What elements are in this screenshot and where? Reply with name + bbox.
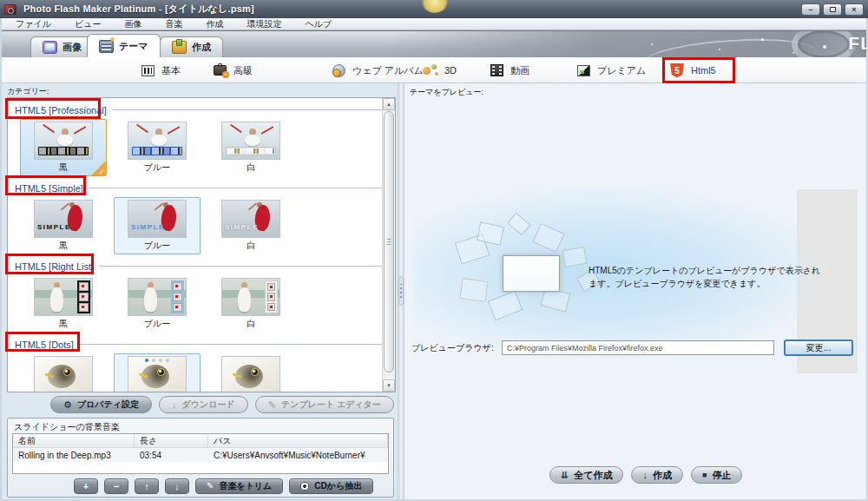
browser-path-input[interactable] [502, 340, 774, 355]
move-up-button[interactable]: ↑ [135, 478, 159, 494]
image-tab-icon [43, 41, 57, 54]
theme-list-scrollbar[interactable]: ▲ ▼ [382, 98, 395, 392]
theme-rightlist-black[interactable]: 黒 [20, 275, 107, 333]
download-button[interactable]: ↓ ダウンロード [159, 396, 248, 413]
add-music-button[interactable]: + [74, 478, 98, 494]
column-path[interactable]: パス [208, 434, 388, 447]
create-label: 作成 [653, 469, 672, 482]
menu-help[interactable]: ヘルプ [305, 18, 332, 30]
theme-professional-black[interactable]: 黒 ✓ [20, 119, 107, 176]
theme-label: ブルー [144, 240, 170, 252]
extract-cd-button[interactable]: CDから抽出 [289, 478, 373, 494]
menu-image[interactable]: 画像 [124, 18, 141, 30]
toolbar-basic[interactable]: 基本 [141, 57, 181, 83]
sparkle-dot [719, 49, 720, 50]
scroll-down-icon[interactable]: ▼ [383, 379, 395, 392]
scrollbar-thumb[interactable] [384, 111, 394, 372]
theme-dots-black[interactable]: 黒 [20, 353, 107, 392]
web-album-icon [332, 64, 345, 77]
theme-type-toolbar: 基本 高級 ウェブ アルバム 3D 動画 プレミアム 5 Html5 [0, 57, 868, 83]
down-arrow-icon: ↓ [642, 471, 648, 480]
preview-center-frame [503, 255, 560, 292]
theme-rightlist-blue[interactable]: ブルー [114, 275, 201, 333]
tab-image[interactable]: 画像 [30, 36, 94, 57]
remove-music-button[interactable]: − [104, 478, 128, 494]
basic-label: 基本 [161, 64, 181, 77]
music-buttons: + − ↑ ↓ ✎ 音楽をトリム CDから抽出 [8, 478, 393, 494]
theme-thumbnail [128, 278, 187, 316]
theme-label: ブルー [144, 162, 170, 174]
menu-music[interactable]: 音楽 [165, 18, 182, 30]
create-actions: ⇊ 全て作成 ↓ 作成 ■ 停止 [549, 466, 742, 484]
preview-panel: テーマをプレビュー: HTML5のテンプレートのプレビューがブラウザで表示されま… [404, 83, 866, 499]
close-button[interactable]: × [845, 3, 864, 16]
theme-group-professional: HTML5 [Professional] 黒 ✓ ブルー 白 [8, 98, 395, 176]
preview-browser-label: プレビューブラウザ: [411, 342, 494, 354]
toolbar-video[interactable]: 動画 [490, 57, 529, 83]
toolbar-advanced[interactable]: 高級 [214, 57, 253, 83]
theme-dots-white[interactable]: 白 [207, 353, 294, 392]
create-all-button[interactable]: ⇊ 全て作成 [549, 466, 623, 484]
column-length[interactable]: 長さ [135, 434, 208, 447]
pencil-icon: ✎ [268, 400, 276, 410]
theme-simple-blue[interactable]: SIMPLE ブルー [114, 197, 201, 254]
theme-professional-blue[interactable]: ブルー [114, 119, 201, 176]
trim-music-button[interactable]: ✎ 音楽をトリム [195, 478, 283, 494]
theme-thumbnail [34, 356, 93, 392]
toolbar-web-album[interactable]: ウェブ アルバム [332, 57, 424, 83]
create-button[interactable]: ↓ 作成 [631, 466, 683, 484]
menu-bar: ファイル ビュー 画像 音楽 作成 環境設定 ヘルプ [0, 18, 868, 30]
toolbar-premium[interactable]: プレミアム [577, 57, 646, 83]
background-music-panel: スライドショーの背景音楽 名前 長さ パス Rolling in the Dee… [7, 418, 394, 498]
splitter-handle-icon[interactable] [398, 276, 404, 306]
theme-simple-white[interactable]: SIMPLE 白 [207, 197, 294, 254]
music-table-header: 名前 長さ パス [13, 434, 388, 448]
theme-label: 白 [247, 162, 255, 174]
create-all-label: 全て作成 [574, 469, 612, 482]
download-label: ダウンロード [182, 399, 235, 411]
theme-label: 黒 [59, 240, 68, 252]
menu-file[interactable]: ファイル [16, 18, 51, 30]
panel-splitter[interactable] [398, 83, 404, 499]
column-name[interactable]: 名前 [13, 434, 135, 447]
music-table-row[interactable]: Rolling in the Deep.mp3 03:54 C:¥Users¥A… [13, 448, 388, 462]
theme-thumbnail [221, 278, 280, 316]
menu-view[interactable]: ビュー [75, 18, 101, 30]
scroll-up-icon[interactable]: ▲ [383, 98, 395, 110]
group-title: HTML5 [Simple] [15, 183, 83, 194]
pencil-icon: ✎ [207, 479, 214, 493]
group-title: HTML5 [Professional] [15, 105, 107, 115]
theme-label: 黒 [59, 162, 68, 174]
minimize-button[interactable]: – [801, 3, 820, 16]
double-down-arrow-icon: ⇊ [561, 471, 569, 480]
video-icon [490, 64, 503, 76]
theme-rightlist-white[interactable]: 白 [207, 275, 294, 333]
tab-theme-label: テーマ [119, 40, 148, 53]
toolbar-html5[interactable]: 5 Html5 [670, 57, 716, 83]
theme-list: HTML5 [Professional] 黒 ✓ ブルー 白 HTML5 [Si… [7, 97, 396, 392]
tab-theme[interactable]: テーマ [87, 34, 161, 57]
group-title: HTML5 [Dots] [15, 339, 74, 350]
decorative-banner: FL [391, 31, 868, 57]
properties-label: プロパティ設定 [77, 399, 139, 411]
gear-icon: ⚙ [63, 400, 72, 410]
theme-professional-white[interactable]: 白 [207, 119, 294, 176]
stop-button[interactable]: ■ 停止 [691, 466, 742, 484]
theme-thumbnail: SIMPLE [221, 200, 280, 238]
tab-create[interactable]: 作成 [160, 36, 223, 57]
restore-button[interactable] [823, 3, 842, 16]
preview-info-text: HTML5のテンプレートのプレビューがブラウザで表示されます。プレビューブラウザ… [589, 264, 825, 290]
properties-button[interactable]: ⚙ プロパティ設定 [50, 396, 152, 413]
theme-simple-black[interactable]: SIMPLE 黒 [20, 197, 107, 254]
move-down-button[interactable]: ↓ [165, 478, 189, 494]
theme-thumbnail [128, 356, 187, 392]
web-album-label: ウェブ アルバム [352, 64, 424, 77]
change-browser-button[interactable]: 変更... [784, 339, 853, 356]
template-editor-button[interactable]: ✎ テンプレート エディター [255, 396, 394, 413]
menu-settings[interactable]: 環境設定 [247, 18, 281, 30]
menu-create[interactable]: 作成 [206, 18, 223, 30]
toolbar-3d[interactable]: 3D [423, 57, 457, 83]
theme-group-right-list: HTML5 [Right List] 黒 ブルー 白 [8, 254, 395, 333]
group-title: HTML5 [Right List] [15, 261, 94, 272]
theme-dots-blue[interactable]: ブルー [114, 353, 201, 392]
